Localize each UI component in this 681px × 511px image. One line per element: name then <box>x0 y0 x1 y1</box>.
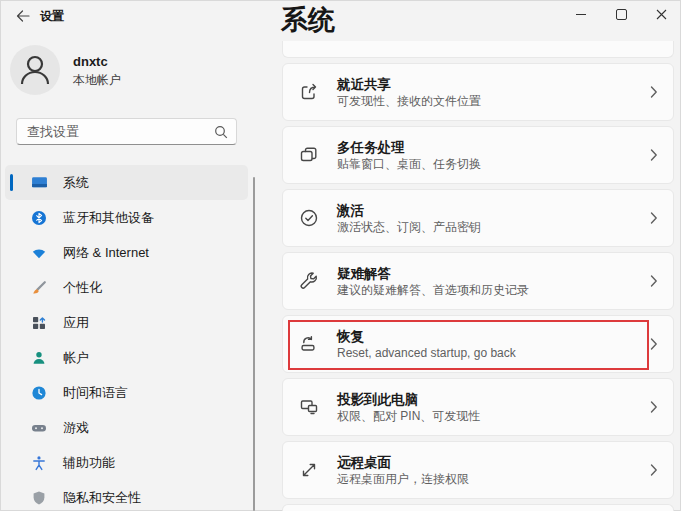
sidebar-item-accounts[interactable]: 帐户 <box>5 340 248 375</box>
maximize-button[interactable] <box>601 0 641 28</box>
setting-subtitle: 贴靠窗口、桌面、任务切换 <box>337 158 481 171</box>
selected-accent-bar <box>10 174 13 191</box>
wifi-icon <box>30 244 48 262</box>
clock-icon <box>30 384 48 402</box>
chevron-right-icon <box>650 338 658 350</box>
sidebar-item-personalization[interactable]: 个性化 <box>5 270 248 305</box>
setting-title: 远程桌面 <box>337 455 469 470</box>
clipped-card-top <box>282 41 674 58</box>
setting-title: 疑难解答 <box>337 266 529 281</box>
chevron-right-icon <box>650 86 658 98</box>
paintbrush-icon <box>30 279 48 297</box>
window-title: 设置 <box>40 8 64 25</box>
sidebar-item-label: 应用 <box>63 314 89 332</box>
chevron-right-icon <box>650 212 658 224</box>
sidebar-item-label: 网络 & Internet <box>63 244 149 262</box>
remote-desktop-icon <box>297 458 321 482</box>
multitasking-icon <box>297 143 321 167</box>
user-account-type: 本地帐户 <box>73 72 121 89</box>
sidebar-item-accessibility[interactable]: 辅助功能 <box>5 445 248 480</box>
sidebar-item-label: 帐户 <box>63 349 89 367</box>
sidebar-item-label: 游戏 <box>63 419 89 437</box>
troubleshoot-icon <box>297 269 321 293</box>
setting-subtitle: Reset, advanced startup, go back <box>337 347 516 360</box>
recovery-icon <box>297 332 321 356</box>
sidebar-item-time-language[interactable]: 时间和语言 <box>5 375 248 410</box>
setting-subtitle: 激活状态、订阅、产品密钥 <box>337 221 481 234</box>
back-button[interactable] <box>10 5 36 27</box>
page-title: 系统 <box>281 2 335 38</box>
setting-card-recovery[interactable]: 恢复 Reset, advanced startup, go back <box>282 315 674 373</box>
setting-subtitle: 可发现性、接收的文件位置 <box>337 95 481 108</box>
setting-title: 多任务处理 <box>337 140 481 155</box>
sidebar-item-label: 个性化 <box>63 279 102 297</box>
setting-card-activation[interactable]: 激活 激活状态、订阅、产品密钥 <box>282 189 674 247</box>
account-person-icon <box>30 349 48 367</box>
setting-subtitle: 建议的疑难解答、首选项和历史记录 <box>337 284 529 297</box>
setting-title: 激活 <box>337 203 481 218</box>
minimize-button[interactable] <box>561 0 601 28</box>
sidebar-scrollbar[interactable] <box>253 177 255 511</box>
setting-card-multitasking[interactable]: 多任务处理 贴靠窗口、桌面、任务切换 <box>282 126 674 184</box>
setting-title: 恢复 <box>337 329 516 344</box>
chevron-right-icon <box>650 275 658 287</box>
back-arrow-icon <box>15 8 31 24</box>
activation-icon <box>297 206 321 230</box>
setting-card-projecting[interactable]: 投影到此电脑 权限、配对 PIN、可发现性 <box>282 378 674 436</box>
search-input[interactable] <box>16 118 237 145</box>
close-icon <box>656 9 667 20</box>
game-controller-icon <box>30 419 48 437</box>
setting-card-remote-desktop[interactable]: 远程桌面 远程桌面用户，连接权限 <box>282 441 674 499</box>
window-controls <box>561 0 681 28</box>
accessibility-person-icon <box>30 454 48 472</box>
setting-title: 就近共享 <box>337 77 481 92</box>
projection-icon <box>297 395 321 419</box>
avatar <box>10 45 60 95</box>
apps-icon <box>30 314 48 332</box>
close-button[interactable] <box>641 0 681 28</box>
sidebar-item-apps[interactable]: 应用 <box>5 305 248 340</box>
minimize-icon <box>576 14 586 15</box>
sidebar-item-label: 时间和语言 <box>63 384 128 402</box>
sidebar-item-bluetooth-devices[interactable]: 蓝牙和其他设备 <box>5 200 248 235</box>
clipped-card-bottom <box>282 504 674 511</box>
setting-card-nearby-share[interactable]: 就近共享 可发现性、接收的文件位置 <box>282 63 674 121</box>
sidebar-item-label: 隐私和安全性 <box>63 489 141 507</box>
setting-subtitle: 远程桌面用户，连接权限 <box>337 473 469 486</box>
search-box <box>16 118 237 145</box>
sidebar-item-system[interactable]: 系统 <box>5 165 248 200</box>
chevron-right-icon <box>650 464 658 476</box>
sidebar-item-label: 系统 <box>63 174 89 192</box>
sidebar-nav: 系统 蓝牙和其他设备 网络 & Internet 个性化 应用 帐户 时间和 <box>5 165 248 511</box>
maximize-icon <box>616 9 627 20</box>
system-icon <box>30 174 48 192</box>
sidebar-item-label: 辅助功能 <box>63 454 115 472</box>
user-name: dnxtc <box>73 54 108 69</box>
setting-subtitle: 权限、配对 PIN、可发现性 <box>337 410 480 423</box>
chevron-right-icon <box>650 149 658 161</box>
sidebar-item-network-internet[interactable]: 网络 & Internet <box>5 235 248 270</box>
settings-list: 就近共享 可发现性、接收的文件位置 多任务处理 贴靠窗口、桌面、任务切换 激活 … <box>282 41 674 511</box>
bluetooth-icon <box>30 209 48 227</box>
shield-icon <box>30 489 48 507</box>
sidebar-item-privacy-security[interactable]: 隐私和安全性 <box>5 480 248 511</box>
setting-title: 投影到此电脑 <box>337 392 480 407</box>
chevron-right-icon <box>650 401 658 413</box>
nearby-share-icon <box>297 80 321 104</box>
search-icon[interactable] <box>214 125 228 139</box>
sidebar-item-label: 蓝牙和其他设备 <box>63 209 154 227</box>
person-outline-icon <box>10 45 60 95</box>
sidebar-item-gaming[interactable]: 游戏 <box>5 410 248 445</box>
setting-card-troubleshoot[interactable]: 疑难解答 建议的疑难解答、首选项和历史记录 <box>282 252 674 310</box>
